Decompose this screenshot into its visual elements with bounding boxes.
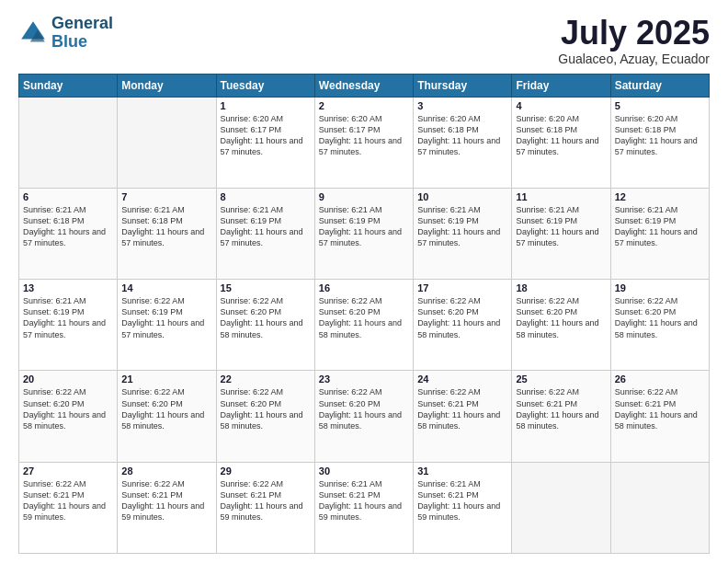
day-detail: Sunrise: 6:22 AM Sunset: 6:21 PM Dayligh… bbox=[516, 386, 606, 431]
day-detail: Sunrise: 6:22 AM Sunset: 6:20 PM Dayligh… bbox=[516, 295, 606, 340]
day-number: 30 bbox=[319, 465, 409, 477]
header-friday: Friday bbox=[512, 74, 610, 97]
day-detail: Sunrise: 6:20 AM Sunset: 6:17 PM Dayligh… bbox=[319, 113, 409, 158]
calendar-cell bbox=[118, 97, 216, 188]
calendar-cell: 9Sunrise: 6:21 AM Sunset: 6:19 PM Daylig… bbox=[314, 188, 413, 279]
calendar-cell: 6Sunrise: 6:21 AM Sunset: 6:18 PM Daylig… bbox=[19, 188, 118, 279]
day-detail: Sunrise: 6:22 AM Sunset: 6:21 PM Dayligh… bbox=[615, 386, 705, 431]
calendar-cell: 27Sunrise: 6:22 AM Sunset: 6:21 PM Dayli… bbox=[19, 462, 118, 553]
calendar-cell: 5Sunrise: 6:20 AM Sunset: 6:18 PM Daylig… bbox=[610, 97, 709, 188]
day-detail: Sunrise: 6:22 AM Sunset: 6:20 PM Dayligh… bbox=[221, 386, 311, 431]
day-number: 29 bbox=[221, 465, 311, 477]
day-detail: Sunrise: 6:20 AM Sunset: 6:18 PM Dayligh… bbox=[615, 113, 705, 158]
day-detail: Sunrise: 6:22 AM Sunset: 6:21 PM Dayligh… bbox=[23, 478, 113, 523]
calendar-cell: 7Sunrise: 6:21 AM Sunset: 6:18 PM Daylig… bbox=[118, 188, 216, 279]
day-detail: Sunrise: 6:22 AM Sunset: 6:20 PM Dayligh… bbox=[417, 295, 507, 340]
day-number: 26 bbox=[615, 373, 705, 385]
day-number: 7 bbox=[121, 191, 211, 202]
day-detail: Sunrise: 6:22 AM Sunset: 6:21 PM Dayligh… bbox=[121, 478, 211, 523]
day-number: 27 bbox=[23, 465, 113, 477]
calendar-cell: 20Sunrise: 6:22 AM Sunset: 6:20 PM Dayli… bbox=[19, 371, 118, 462]
day-detail: Sunrise: 6:22 AM Sunset: 6:20 PM Dayligh… bbox=[221, 295, 311, 340]
calendar-cell: 13Sunrise: 6:21 AM Sunset: 6:19 PM Dayli… bbox=[19, 280, 118, 371]
day-number: 14 bbox=[121, 282, 211, 293]
day-number: 21 bbox=[121, 373, 211, 385]
day-number: 23 bbox=[319, 373, 409, 385]
day-detail: Sunrise: 6:21 AM Sunset: 6:18 PM Dayligh… bbox=[121, 204, 211, 249]
day-number: 24 bbox=[417, 373, 507, 385]
calendar-cell bbox=[512, 462, 610, 553]
day-detail: Sunrise: 6:21 AM Sunset: 6:19 PM Dayligh… bbox=[417, 204, 507, 249]
calendar-cell: 18Sunrise: 6:22 AM Sunset: 6:20 PM Dayli… bbox=[512, 280, 610, 371]
day-detail: Sunrise: 6:20 AM Sunset: 6:18 PM Dayligh… bbox=[516, 113, 606, 158]
day-number: 6 bbox=[23, 191, 113, 202]
calendar-week-0: 1Sunrise: 6:20 AM Sunset: 6:17 PM Daylig… bbox=[19, 97, 710, 188]
calendar-cell: 31Sunrise: 6:21 AM Sunset: 6:21 PM Dayli… bbox=[414, 462, 512, 553]
day-detail: Sunrise: 6:21 AM Sunset: 6:19 PM Dayligh… bbox=[221, 204, 311, 249]
day-detail: Sunrise: 6:21 AM Sunset: 6:19 PM Dayligh… bbox=[23, 295, 113, 340]
calendar-cell: 26Sunrise: 6:22 AM Sunset: 6:21 PM Dayli… bbox=[610, 371, 709, 462]
month-title: July 2025 bbox=[558, 15, 710, 52]
day-detail: Sunrise: 6:21 AM Sunset: 6:19 PM Dayligh… bbox=[516, 204, 606, 249]
calendar-week-2: 13Sunrise: 6:21 AM Sunset: 6:19 PM Dayli… bbox=[19, 280, 710, 371]
day-detail: Sunrise: 6:22 AM Sunset: 6:20 PM Dayligh… bbox=[615, 295, 705, 340]
header-sunday: Sunday bbox=[19, 74, 118, 97]
calendar-cell bbox=[610, 462, 709, 553]
day-number: 1 bbox=[221, 100, 311, 111]
calendar-cell: 28Sunrise: 6:22 AM Sunset: 6:21 PM Dayli… bbox=[118, 462, 216, 553]
calendar-header-row: SundayMondayTuesdayWednesdayThursdayFrid… bbox=[19, 74, 710, 97]
calendar-cell: 25Sunrise: 6:22 AM Sunset: 6:21 PM Dayli… bbox=[512, 371, 610, 462]
day-detail: Sunrise: 6:22 AM Sunset: 6:21 PM Dayligh… bbox=[417, 386, 507, 431]
calendar-cell: 19Sunrise: 6:22 AM Sunset: 6:20 PM Dayli… bbox=[610, 280, 709, 371]
logo-icon bbox=[18, 18, 48, 48]
calendar-cell: 8Sunrise: 6:21 AM Sunset: 6:19 PM Daylig… bbox=[216, 188, 314, 279]
header-monday: Monday bbox=[118, 74, 216, 97]
title-block: July 2025 Gualaceo, Azuay, Ecuador bbox=[558, 15, 710, 66]
logo-line1: General bbox=[51, 14, 113, 32]
calendar-cell: 17Sunrise: 6:22 AM Sunset: 6:20 PM Dayli… bbox=[414, 280, 512, 371]
day-number: 8 bbox=[221, 191, 311, 202]
calendar-cell: 24Sunrise: 6:22 AM Sunset: 6:21 PM Dayli… bbox=[414, 371, 512, 462]
calendar-table: SundayMondayTuesdayWednesdayThursdayFrid… bbox=[18, 74, 710, 554]
calendar-cell: 12Sunrise: 6:21 AM Sunset: 6:19 PM Dayli… bbox=[610, 188, 709, 279]
day-number: 2 bbox=[319, 100, 409, 111]
logo-text: General Blue bbox=[51, 15, 113, 52]
day-detail: Sunrise: 6:22 AM Sunset: 6:19 PM Dayligh… bbox=[121, 295, 211, 340]
day-number: 18 bbox=[516, 282, 606, 293]
day-detail: Sunrise: 6:20 AM Sunset: 6:18 PM Dayligh… bbox=[417, 113, 507, 158]
calendar-cell: 15Sunrise: 6:22 AM Sunset: 6:20 PM Dayli… bbox=[216, 280, 314, 371]
day-detail: Sunrise: 6:22 AM Sunset: 6:20 PM Dayligh… bbox=[319, 295, 409, 340]
header-tuesday: Tuesday bbox=[216, 74, 314, 97]
day-detail: Sunrise: 6:21 AM Sunset: 6:19 PM Dayligh… bbox=[319, 204, 409, 249]
header: General Blue July 2025 Gualaceo, Azuay, … bbox=[18, 15, 710, 66]
day-number: 15 bbox=[221, 282, 311, 293]
day-number: 25 bbox=[516, 373, 606, 385]
header-thursday: Thursday bbox=[414, 74, 512, 97]
day-number: 12 bbox=[615, 191, 705, 202]
calendar-week-4: 27Sunrise: 6:22 AM Sunset: 6:21 PM Dayli… bbox=[19, 462, 710, 553]
day-number: 11 bbox=[516, 191, 606, 202]
calendar-cell: 1Sunrise: 6:20 AM Sunset: 6:17 PM Daylig… bbox=[216, 97, 314, 188]
page: General Blue July 2025 Gualaceo, Azuay, … bbox=[0, 0, 728, 563]
day-detail: Sunrise: 6:22 AM Sunset: 6:20 PM Dayligh… bbox=[121, 386, 211, 431]
day-number: 13 bbox=[23, 282, 113, 293]
logo-line2: Blue bbox=[51, 32, 87, 51]
day-detail: Sunrise: 6:22 AM Sunset: 6:20 PM Dayligh… bbox=[319, 386, 409, 431]
calendar-cell: 10Sunrise: 6:21 AM Sunset: 6:19 PM Dayli… bbox=[414, 188, 512, 279]
calendar-cell: 11Sunrise: 6:21 AM Sunset: 6:19 PM Dayli… bbox=[512, 188, 610, 279]
calendar-cell: 14Sunrise: 6:22 AM Sunset: 6:19 PM Dayli… bbox=[118, 280, 216, 371]
day-detail: Sunrise: 6:22 AM Sunset: 6:20 PM Dayligh… bbox=[23, 386, 113, 431]
day-number: 5 bbox=[615, 100, 705, 111]
day-number: 10 bbox=[417, 191, 507, 202]
day-number: 16 bbox=[319, 282, 409, 293]
location-subtitle: Gualaceo, Azuay, Ecuador bbox=[558, 52, 710, 66]
day-number: 28 bbox=[121, 465, 211, 477]
calendar-cell: 3Sunrise: 6:20 AM Sunset: 6:18 PM Daylig… bbox=[414, 97, 512, 188]
day-number: 17 bbox=[417, 282, 507, 293]
calendar-cell: 22Sunrise: 6:22 AM Sunset: 6:20 PM Dayli… bbox=[216, 371, 314, 462]
calendar-cell: 21Sunrise: 6:22 AM Sunset: 6:20 PM Dayli… bbox=[118, 371, 216, 462]
calendar-cell: 30Sunrise: 6:21 AM Sunset: 6:21 PM Dayli… bbox=[314, 462, 413, 553]
calendar-cell: 2Sunrise: 6:20 AM Sunset: 6:17 PM Daylig… bbox=[314, 97, 413, 188]
calendar-week-1: 6Sunrise: 6:21 AM Sunset: 6:18 PM Daylig… bbox=[19, 188, 710, 279]
day-detail: Sunrise: 6:20 AM Sunset: 6:17 PM Dayligh… bbox=[221, 113, 311, 158]
